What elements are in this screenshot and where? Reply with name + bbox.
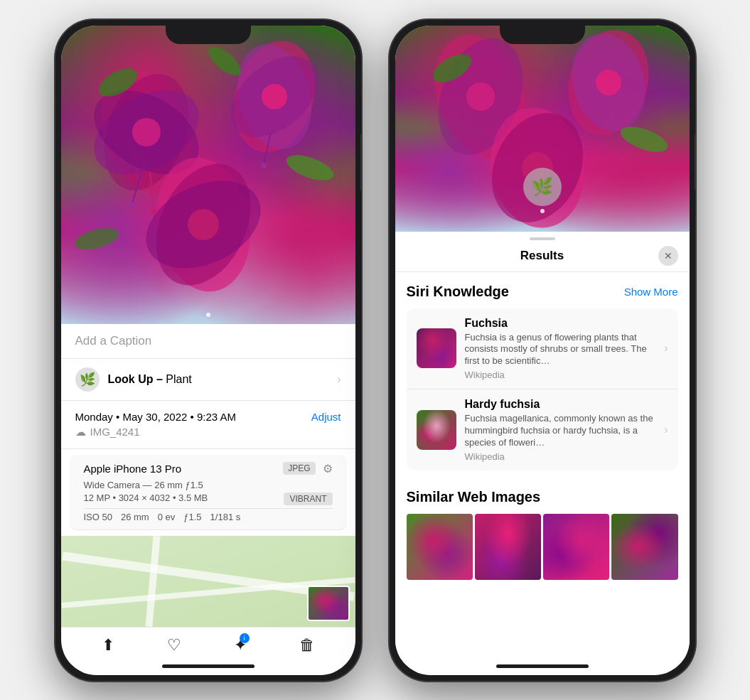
jpeg-badge: JPEG <box>283 462 315 475</box>
page-dot <box>206 313 210 317</box>
result-source-fuchsia: Wikipedia <box>465 370 656 380</box>
adjust-button[interactable]: Adjust <box>311 411 341 423</box>
filename-text: IMG_4241 <box>90 426 140 438</box>
caption-placeholder[interactable]: Add a Caption <box>75 334 152 348</box>
share-button[interactable]: ⬆ <box>102 636 114 655</box>
visual-lookup-icon: 🌿 <box>75 367 100 392</box>
similar-images-grid <box>407 514 678 580</box>
favorite-button[interactable]: ♡ <box>167 636 181 655</box>
siri-knowledge-section: Siri Knowledge Show More Fuchsia Fuchsia… <box>395 272 690 478</box>
drag-handle[interactable] <box>530 237 555 240</box>
result-name-hardy: Hardy fuchsia <box>465 398 656 411</box>
svg-point-14 <box>283 149 336 185</box>
right-home-indicator <box>496 664 589 668</box>
right-phone: 🌿 Results ✕ Siri Knowledge Show More <box>390 20 695 681</box>
caption-area[interactable]: Add a Caption <box>61 324 355 359</box>
lookup-label: Look Up – Plant <box>108 373 192 386</box>
svg-point-8 <box>262 84 287 109</box>
vibrant-badge: VIBRANT <box>284 492 332 505</box>
show-more-button[interactable]: Show More <box>624 286 678 298</box>
gear-icon[interactable]: ⚙ <box>323 462 333 475</box>
similar-web-images-title: Similar Web Images <box>407 489 678 505</box>
photo-area[interactable] <box>61 26 355 324</box>
similar-image-4[interactable] <box>611 514 677 580</box>
results-title: Results <box>520 249 564 263</box>
lookup-row[interactable]: 🌿 Look Up – Plant › <box>61 359 355 401</box>
svg-point-22 <box>261 163 267 168</box>
result-thumb-hardy <box>417 410 456 450</box>
svg-point-16 <box>72 224 121 254</box>
close-button[interactable]: ✕ <box>658 246 678 266</box>
info-badge: i <box>240 633 250 643</box>
camera-lens: Wide Camera — 26 mm ƒ1.5 <box>84 480 333 490</box>
result-item-hardy-fuchsia[interactable]: Hardy fuchsia Fuchsia magellanica, commo… <box>407 389 678 470</box>
home-indicator <box>162 664 255 668</box>
focal-value: 26 mm <box>121 512 149 522</box>
svg-point-18 <box>129 202 135 208</box>
aperture-value: ƒ1.5 <box>183 512 201 522</box>
right-photo-area: 🌿 <box>395 26 690 232</box>
similar-image-2[interactable] <box>475 514 541 580</box>
result-desc-fuchsia: Fuchsia is a genus of flowering plants t… <box>465 332 656 368</box>
result-item-fuchsia[interactable]: Fuchsia Fuchsia is a genus of flowering … <box>407 308 678 390</box>
info-button[interactable]: ✦i <box>234 636 247 655</box>
camera-section: Apple iPhone 13 Pro JPEG ⚙ Wide Camera —… <box>70 455 347 530</box>
result-source-hardy: Wikipedia <box>465 451 656 462</box>
map-area[interactable] <box>61 536 355 627</box>
ev-value: 0 ev <box>158 512 176 522</box>
bottom-toolbar: ⬆ ♡ ✦i 🗑 <box>61 627 355 659</box>
left-phone: Add a Caption 🌿 Look Up – Plant › Monday… <box>55 20 361 681</box>
svg-point-25 <box>466 82 495 111</box>
similar-image-1[interactable] <box>407 514 473 580</box>
result-name-fuchsia: Fuchsia <box>465 317 656 330</box>
shutter-value: 1/181 s <box>210 512 241 522</box>
svg-point-4 <box>132 118 161 146</box>
similar-image-3[interactable] <box>543 514 609 580</box>
result-info-hardy: Hardy fuchsia Fuchsia magellanica, commo… <box>465 398 656 462</box>
svg-point-12 <box>188 209 219 240</box>
iso-value: ISO 50 <box>84 512 112 522</box>
camera-name: Apple iPhone 13 Pro <box>84 463 182 475</box>
results-panel: Results ✕ Siri Knowledge Show More Fuchs <box>395 232 690 659</box>
result-desc-hardy: Fuchsia magellanica, commonly known as t… <box>465 413 656 449</box>
result-chevron-fuchsia-icon: › <box>664 342 668 355</box>
result-info-fuchsia: Fuchsia Fuchsia is a genus of flowering … <box>465 317 656 381</box>
camera-resolution: 12 MP • 3024 × 4032 • 3.5 MB <box>84 492 208 503</box>
date-text: Monday • May 30, 2022 • 9:23 AM <box>75 411 236 423</box>
delete-button[interactable]: 🗑 <box>299 636 315 655</box>
visual-lookup-button[interactable]: 🌿 <box>523 168 562 206</box>
visual-lookup-dot <box>540 209 545 213</box>
siri-results-card: Fuchsia Fuchsia is a genus of flowering … <box>407 308 678 470</box>
results-header: Results ✕ <box>395 249 690 272</box>
result-chevron-hardy-icon: › <box>664 424 668 436</box>
svg-point-28 <box>596 70 621 95</box>
siri-knowledge-title: Siri Knowledge <box>407 284 509 300</box>
exif-row: ISO 50 26 mm 0 ev ƒ1.5 1/181 s <box>84 508 333 522</box>
photo-thumbnail <box>307 586 350 621</box>
lookup-chevron-icon: › <box>337 373 341 386</box>
similar-web-images-section: Similar Web Images <box>395 478 690 586</box>
cloud-icon: ☁ <box>75 426 86 438</box>
result-thumb-fuchsia <box>417 328 456 368</box>
info-section: Monday • May 30, 2022 • 9:23 AM Adjust ☁… <box>61 401 355 449</box>
svg-point-20 <box>151 209 156 215</box>
